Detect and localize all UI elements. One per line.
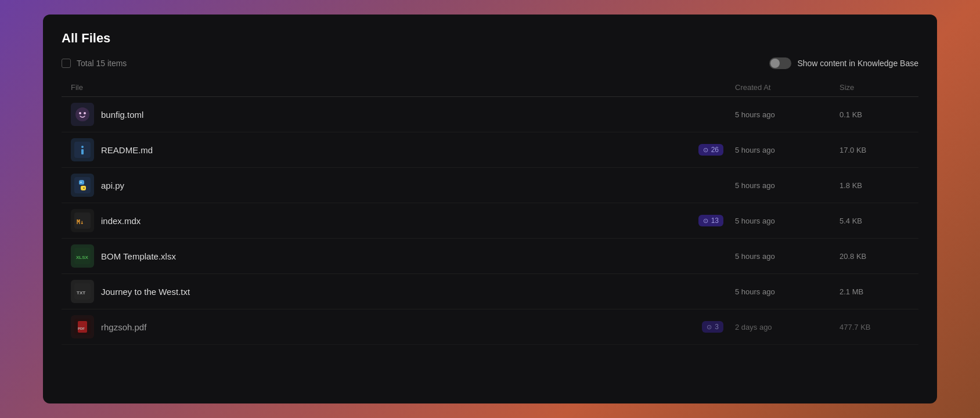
- file-date: 5 hours ago: [735, 287, 840, 296]
- column-file: File: [71, 83, 735, 92]
- svg-text:XLSX: XLSX: [76, 255, 89, 260]
- file-icon-pdf: PDF: [71, 315, 94, 338]
- file-badge: ⊙ 13: [698, 215, 723, 226]
- svg-point-7: [81, 182, 82, 183]
- table-header: File Created At Size: [62, 78, 918, 97]
- column-created-at: Created At: [735, 83, 840, 92]
- svg-point-0: [75, 107, 89, 121]
- file-name: index.mdx: [101, 216, 140, 226]
- file-cell-name: bunfig.toml: [71, 103, 735, 126]
- file-cell-name: TXT Journey to the West.txt: [71, 280, 735, 303]
- file-size: 20.8 KB: [840, 252, 909, 261]
- file-date: 2 days ago: [735, 323, 840, 331]
- file-size: 1.8 KB: [840, 181, 909, 190]
- file-name: BOM Template.xlsx: [101, 251, 176, 261]
- file-size: 5.4 KB: [840, 217, 909, 225]
- table-row[interactable]: api.py 5 hours ago 1.8 KB: [62, 168, 918, 203]
- all-files-panel: All Files Total 15 items Show content in…: [43, 15, 937, 403]
- file-date: 5 hours ago: [735, 110, 840, 119]
- column-size: Size: [840, 83, 909, 92]
- svg-text:PDF: PDF: [78, 327, 85, 330]
- table-row[interactable]: TXT Journey to the West.txt 5 hours ago …: [62, 274, 918, 309]
- file-icon-info: [71, 138, 94, 161]
- file-icon-xlsx: XLSX: [71, 244, 94, 268]
- knowledge-base-toggle-container: Show content in Knowledge Base: [769, 57, 918, 69]
- file-cell-name: XLSX BOM Template.xlsx: [71, 244, 735, 268]
- file-list: bunfig.toml 5 hours ago 0.1 KB README.md…: [62, 97, 918, 387]
- table-row[interactable]: XLSX BOM Template.xlsx 5 hours ago 20.8 …: [62, 239, 918, 274]
- file-name: rhgzsoh.pdf: [101, 322, 146, 332]
- select-all-checkbox[interactable]: [62, 59, 71, 68]
- file-icon-txt: TXT: [71, 280, 94, 303]
- file-badge: ⊙ 26: [698, 144, 723, 156]
- svg-point-1: [79, 112, 81, 114]
- total-info: Total 15 items: [62, 59, 127, 68]
- table-row[interactable]: M↓ index.mdx ⊙ 13 5 hours ago 5.4 KB: [62, 203, 918, 239]
- file-icon-python: [71, 174, 94, 197]
- file-date: 5 hours ago: [735, 146, 840, 154]
- badge-icon: ⊙: [703, 217, 708, 225]
- table-row[interactable]: PDF rhgzsoh.pdf ⊙ 3 2 days ago 477.7 KB: [62, 309, 918, 345]
- file-icon-mdx: M↓: [71, 209, 94, 232]
- file-badge: ⊙ 3: [702, 321, 723, 333]
- knowledge-base-toggle-label: Show content in Knowledge Base: [797, 59, 918, 68]
- file-date: 5 hours ago: [735, 252, 840, 261]
- badge-icon: ⊙: [703, 146, 708, 154]
- panel-title: All Files: [62, 31, 918, 46]
- file-size: 17.0 KB: [840, 146, 909, 154]
- file-size: 0.1 KB: [840, 110, 909, 119]
- badge-count: 26: [711, 146, 719, 154]
- svg-point-2: [84, 112, 86, 114]
- file-date: 5 hours ago: [735, 181, 840, 190]
- file-name: api.py: [101, 181, 124, 190]
- badge-count: 13: [711, 217, 719, 225]
- toolbar: Total 15 items Show content in Knowledge…: [62, 57, 918, 69]
- knowledge-base-toggle-switch[interactable]: [769, 57, 791, 69]
- badge-count: 3: [715, 323, 719, 331]
- file-size: 477.7 KB: [840, 323, 909, 331]
- file-cell-name: PDF rhgzsoh.pdf ⊙ 3: [71, 315, 735, 338]
- file-size: 2.1 MB: [840, 287, 909, 296]
- svg-rect-6: [74, 177, 91, 193]
- file-name: Journey to the West.txt: [101, 287, 190, 297]
- svg-text:M↓: M↓: [77, 219, 84, 225]
- file-name: bunfig.toml: [101, 110, 143, 120]
- badge-icon: ⊙: [707, 323, 712, 331]
- svg-rect-5: [81, 149, 84, 154]
- file-cell-name: README.md ⊙ 26: [71, 138, 735, 161]
- file-cell-name: api.py: [71, 174, 735, 197]
- svg-text:TXT: TXT: [77, 290, 85, 296]
- table-row[interactable]: bunfig.toml 5 hours ago 0.1 KB: [62, 97, 918, 132]
- file-date: 5 hours ago: [735, 217, 840, 225]
- svg-point-8: [84, 188, 85, 189]
- file-cell-name: M↓ index.mdx ⊙ 13: [71, 209, 735, 232]
- table-row[interactable]: README.md ⊙ 26 5 hours ago 17.0 KB: [62, 132, 918, 168]
- svg-point-4: [81, 146, 84, 148]
- total-count-label: Total 15 items: [77, 59, 127, 68]
- file-icon-bun: [71, 103, 94, 126]
- file-name: README.md: [101, 145, 153, 155]
